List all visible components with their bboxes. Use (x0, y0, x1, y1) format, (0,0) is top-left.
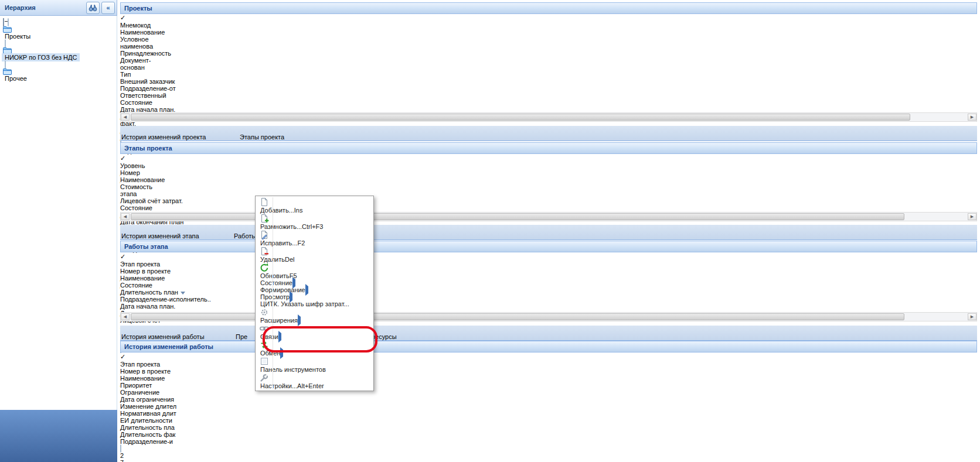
column-header[interactable]: Состояние (120, 204, 182, 211)
column-header[interactable]: Стоимость этапа (120, 183, 170, 197)
column-header[interactable]: Подразделение-от (120, 85, 178, 92)
menu-item-0[interactable]: Добавить...Ins (256, 197, 373, 214)
column-header[interactable]: ✓ (120, 155, 135, 162)
column-header[interactable]: Ограничение (120, 389, 178, 396)
scroll-left-icon[interactable]: ◀ (121, 213, 130, 220)
column-header[interactable]: Документ-основан (120, 57, 173, 71)
menu-item-7[interactable]: Состояние (256, 279, 373, 286)
menu-item-12[interactable]: ЦИТК. Указать шифр затрат... (256, 300, 373, 307)
tree-item-label: НИОКР по ГОЗ без НДС (2, 53, 80, 61)
scroll-right-icon[interactable]: ▶ (968, 213, 976, 220)
scrollbar-thumb[interactable] (131, 114, 910, 121)
tree-checkbox[interactable] (5, 39, 6, 47)
column-header[interactable]: Лицевой счёт затрат. (120, 197, 195, 204)
column-header[interactable]: Наименование (120, 375, 205, 382)
menu-item-8[interactable]: Формирование (256, 286, 373, 293)
column-header[interactable]: Тип (120, 71, 172, 78)
column-header[interactable]: Дата начала план. (120, 303, 178, 310)
column-header[interactable]: Этап проекта (120, 261, 166, 268)
scrollbar-thumb[interactable] (131, 213, 904, 220)
column-header[interactable]: Условное наименова (120, 36, 178, 50)
column-header[interactable]: Этап проекта (120, 361, 166, 368)
menu-item-2[interactable]: Исправить...F2 (256, 230, 373, 247)
column-header[interactable]: Подразделение-и (120, 438, 177, 445)
table-row[interactable]: 27Тестирование произве...500Как можно ра… (120, 445, 977, 462)
column-header[interactable]: Наименование (120, 29, 209, 36)
menu-item-5[interactable]: ОбновитьF5 (256, 263, 373, 279)
column-header[interactable]: Длительность пла (120, 424, 176, 431)
cell[interactable]: 2 (120, 452, 166, 459)
column-header[interactable]: Принадлежность (120, 50, 176, 57)
column-header[interactable]: Наименование (120, 275, 239, 282)
tree-expander-icon[interactable] (3, 18, 4, 26)
column-header[interactable]: Состояние (120, 282, 181, 289)
scroll-right-icon[interactable]: ▶ (968, 313, 976, 320)
column-header[interactable]: ✓ (120, 14, 135, 22)
column-header[interactable]: Ответственный (120, 92, 171, 99)
tab-0-1[interactable]: Этапы проекта (240, 134, 284, 141)
scroll-right-icon[interactable]: ▶ (968, 114, 976, 121)
menu-item-label: Исправить... (256, 239, 298, 247)
menu-item-label: Просмотр (256, 293, 290, 300)
stages-hscrollbar[interactable]: ◀ ▶ (120, 212, 977, 221)
column-header[interactable]: Уровень (120, 162, 155, 169)
column-header[interactable]: ЕИ длительности (120, 417, 179, 424)
column-header[interactable]: Дата ограничения (120, 396, 175, 403)
menu-item-label: Состояние (256, 279, 292, 286)
tree-item[interactable]: Проекты (0, 19, 117, 40)
menu-item-label: Формирование (256, 286, 305, 293)
tree-item[interactable]: Прочее (0, 61, 117, 82)
cell[interactable] (120, 445, 135, 452)
column-header[interactable]: Подразделение-исполнитель.. (120, 296, 215, 303)
column-header[interactable]: Нормативная длит (120, 410, 178, 417)
scroll-left-icon[interactable]: ◀ (121, 114, 130, 121)
menu-item-10[interactable]: Просмотр (256, 293, 373, 300)
menu-item-1[interactable]: Размножить...Ctrl+F3 (256, 214, 373, 230)
menu-item-19[interactable]: Настройки...Alt+Enter (256, 373, 373, 389)
menu-item-label: Обмен (256, 350, 280, 357)
menu-item-18[interactable]: Панель инструментов (256, 357, 373, 373)
column-header[interactable]: Номер в проекте (120, 268, 199, 275)
column-header[interactable]: Состояние (120, 99, 175, 106)
column-header[interactable]: Длительность фак (120, 431, 179, 438)
menu-item-15[interactable]: Связи (256, 324, 373, 340)
menu-item-3[interactable]: УдалитьDel (256, 247, 373, 263)
tab-0-0[interactable]: История изменений проекта (121, 134, 239, 141)
menu-shortcut: Alt+Enter (297, 382, 330, 389)
column-header[interactable]: Номер в проекте (120, 368, 199, 375)
binoculars-icon[interactable] (86, 2, 100, 14)
extension-icon (256, 307, 273, 317)
column-header[interactable]: Наименование (120, 176, 246, 183)
submenu-arrow-icon (280, 347, 283, 359)
menu-item-16[interactable]: Обмен (256, 340, 373, 357)
column-header[interactable]: Приоритет (120, 382, 180, 389)
tree-checkbox[interactable] (8, 18, 9, 26)
column-header[interactable]: ✓ (120, 253, 135, 261)
sidebar-footer (0, 410, 117, 462)
works-hscrollbar[interactable]: ◀ ▶ (120, 312, 977, 321)
projects-hscrollbar[interactable]: ◀ ▶ (120, 112, 977, 122)
tab-2-2[interactable]: ресурсы (372, 333, 397, 340)
row-checkbox[interactable] (120, 444, 121, 453)
column-header[interactable]: Изменение длител (120, 403, 178, 410)
column-header[interactable]: Длительность план (120, 289, 189, 296)
context-menu: Добавить...InsРазмножить...Ctrl+F3Исправ… (255, 196, 374, 391)
tree-item-label: Прочее (2, 74, 30, 83)
tree-item[interactable]: НИОКР по ГОЗ без НДС (0, 40, 117, 61)
menu-item-label: Связи (256, 333, 278, 340)
menu-item-14[interactable]: Расширения (256, 307, 373, 324)
scroll-left-icon[interactable]: ◀ (121, 313, 130, 320)
column-header[interactable]: Мнемокод (120, 22, 158, 29)
works-panel-title: Работы этапа (124, 243, 168, 250)
collapse-left-icon[interactable]: « (101, 2, 115, 14)
scrollbar-thumb[interactable] (131, 313, 904, 320)
tree-checkbox[interactable] (5, 60, 6, 69)
cell[interactable]: 7 (120, 459, 199, 462)
column-header[interactable]: Внешний заказчик (120, 78, 179, 85)
tab-1-0[interactable]: История изменений этапа (121, 232, 233, 239)
tree-item-label: Проекты (2, 32, 33, 40)
sidebar-header: Иерархия « (0, 0, 117, 16)
column-header[interactable]: ✓ (120, 353, 135, 361)
tab-2-0[interactable]: История изменений работы (121, 333, 234, 340)
column-header[interactable]: Номер (120, 169, 156, 176)
